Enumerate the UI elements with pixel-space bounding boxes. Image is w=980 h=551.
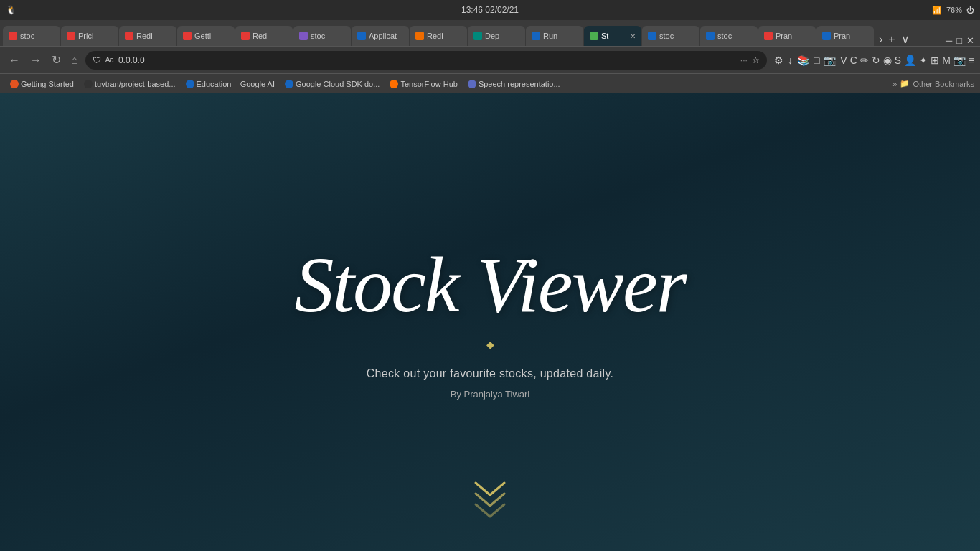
tab-label-12: stoc [659,32,674,40]
tab-favicon-13 [706,32,715,40]
security-icon: 🛡 [93,55,101,65]
divider-diamond-icon: ◆ [486,339,494,350]
tab-prici[interactable]: Prici [61,26,118,46]
tab-close-button[interactable]: ✕ [630,32,636,40]
tab-getti[interactable]: Getti [177,26,235,46]
ext-icon-3[interactable]: ✏ [860,55,869,66]
ext-icon-1[interactable]: V [840,55,847,66]
tab-label-7: Applicat [369,32,397,40]
tab-label-4: Getti [194,32,211,40]
bookmark-label-5: TensorFlow Hub [400,80,457,88]
ext-icon-9[interactable]: ⊞ [930,55,939,66]
page-content: Stock Viewer ◆ Check out your favourite … [0,93,980,551]
close-button[interactable]: ✕ [966,35,974,46]
bookmark-tuvtran[interactable]: tuvtran/project-based... [80,78,180,90]
tab-redi-3[interactable]: Redi [410,26,467,46]
tab-favicon-14 [764,32,773,40]
bookmark-google-cloud[interactable]: Google Cloud SDK do... [281,78,384,90]
tab-favicon-2 [67,32,75,40]
bookmark-tensorflow[interactable]: TensorFlow Hub [385,78,461,90]
tab-applicat[interactable]: Applicat [352,26,409,46]
tab-overflow-button[interactable]: › [877,33,884,46]
folder-icon: 📁 [900,79,910,88]
tab-redi-1[interactable]: Redi [119,26,176,46]
back-button[interactable]: ← [6,52,23,68]
other-bookmarks-label: Other Bookmarks [913,80,974,88]
synced-tabs-icon[interactable]: □ [814,55,819,66]
ext-icon-8[interactable]: ✦ [919,55,928,66]
ext-icon-5[interactable]: ◉ [883,55,892,66]
scroll-indicator [472,479,508,522]
download-icon[interactable]: ↓ [788,55,793,66]
bookmark-label-4: Google Cloud SDK do... [296,80,380,88]
tab-label-9: Dep [485,32,499,40]
reload-button[interactable]: ↻ [49,52,64,68]
tab-pran-1[interactable]: Pran [758,26,816,46]
bookmark-favicon-5 [390,80,398,88]
tab-dep[interactable]: Dep [468,26,525,46]
bookmarks-bar: Getting Started tuvtran/project-based...… [0,73,980,93]
os-time: 13:46 [461,5,483,15]
tab-list-button[interactable]: ∨ [900,32,911,46]
tab-stoc-purple[interactable]: stoc [293,26,351,46]
navigation-bar: ← → ↻ ⌂ 🛡 Aa 0.0.0.0 ··· ☆ ⚙ ↓ 📚 □ 📷 V C… [0,46,980,73]
new-tab-button[interactable]: + [887,33,896,46]
battery-level: 76% [946,6,962,14]
bookmarks-more[interactable]: » 📁 Other Bookmarks [892,79,974,88]
bookmark-page-icon[interactable]: ☆ [752,55,760,65]
tab-redi-2[interactable]: Redi [235,26,293,46]
os-titlebar: 🐧 13:46 02/02/21 📶 76% ⏻ [0,0,980,20]
library-icon[interactable]: 📚 [797,55,809,66]
bookmark-favicon-3 [186,80,194,88]
maximize-button[interactable]: □ [956,35,962,46]
bookmarks-overflow-icon: » [892,80,897,88]
tab-run[interactable]: Run [526,26,583,46]
forward-button[interactable]: → [27,52,44,68]
tab-favicon-1 [9,32,17,40]
power-icon: ⏻ [966,6,974,14]
tab-label-3: Redi [136,32,153,40]
tab-label-2: Prici [78,32,93,40]
settings-icon[interactable]: ⚙ [774,55,783,66]
address-bar[interactable]: 🛡 Aa 0.0.0.0 ··· ☆ [85,51,767,70]
tab-pran-2[interactable]: Pran [816,26,874,46]
tab-favicon-10 [532,32,540,40]
title-divider: ◆ [393,339,588,350]
reader-icon: Aa [105,56,114,64]
tab-label-14: Pran [776,32,792,40]
bookmark-label-2: tuvtran/project-based... [95,80,176,88]
tab-favicon-7 [357,32,366,40]
tab-favicon-12 [648,32,656,40]
tab-favicon-8 [415,32,424,40]
tab-favicon-5 [241,32,250,40]
ext-icon-6[interactable]: S [895,55,901,66]
ext-icon-2[interactable]: C [850,55,857,66]
browser-tools: ⚙ ↓ 📚 □ 📷 V C ✏ ↻ ◉ S 👤 ✦ ⊞ M 📷 ≡ [774,55,974,66]
bookmark-favicon-1 [10,80,19,88]
bookmark-label-3: Education – Google AI [197,80,275,88]
ext-icon-7[interactable]: 👤 [904,55,916,66]
tab-label-13: stoc [717,32,732,40]
os-logo-icon: 🐧 [6,5,17,15]
tab-stoc-3[interactable]: stoc [700,26,758,46]
ext-icon-10[interactable]: M [942,55,951,66]
screenshot-icon[interactable]: 📷 [824,55,836,66]
page-author: By Pranjalya Tiwari [451,389,530,400]
ext-icon-12[interactable]: ≡ [969,55,974,66]
ext-icon-11[interactable]: 📷 [953,55,966,66]
bookmark-education-google[interactable]: Education – Google AI [182,78,279,90]
bookmark-speech[interactable]: Speech representatio... [463,78,565,90]
page-subtitle: Check out your favourite stocks, updated… [367,367,614,380]
tab-label-8: Redi [427,32,443,40]
bookmark-getting-started[interactable]: Getting Started [6,78,78,90]
tab-stoc-2[interactable]: stoc [642,26,699,46]
bookmark-favicon-6 [468,80,476,88]
tab-stoc-1[interactable]: stoc [3,26,60,46]
bookmark-label-1: Getting Started [21,80,74,88]
ext-icon-4[interactable]: ↻ [872,55,880,66]
home-button[interactable]: ⌂ [68,52,81,68]
minimize-button[interactable]: ─ [946,35,952,46]
tab-favicon-6 [299,32,308,40]
tab-st-active[interactable]: St ✕ [584,26,641,46]
address-options[interactable]: ··· [740,55,748,65]
